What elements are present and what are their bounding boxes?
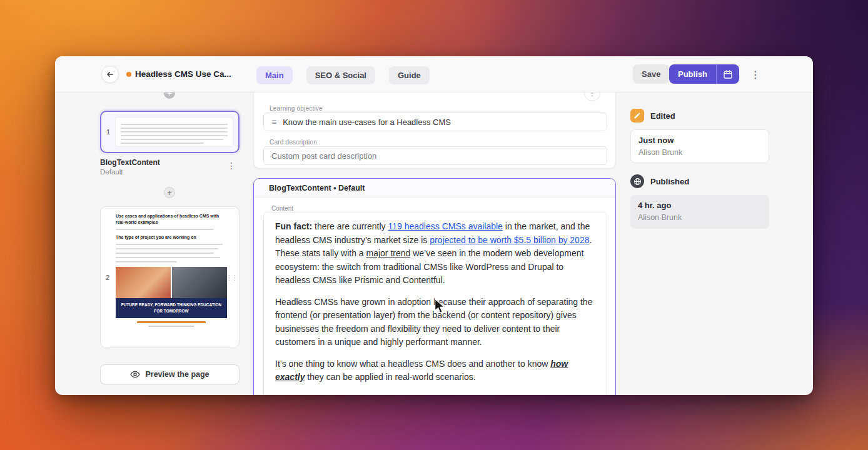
field-label: Learning objective bbox=[270, 105, 323, 112]
save-button[interactable]: Save bbox=[633, 64, 669, 84]
back-arrow-icon bbox=[106, 70, 114, 79]
thumb-photo-right bbox=[172, 267, 227, 298]
calendar-icon bbox=[723, 69, 733, 79]
globe-icon bbox=[630, 174, 644, 188]
story-title: Headless CMS Use Ca... bbox=[135, 69, 231, 79]
plus-icon: + bbox=[167, 189, 172, 197]
add-block-button-mid[interactable]: + bbox=[164, 187, 175, 198]
editor-card-blogtextcontent: BlogTextContent • Default Content Fun fa… bbox=[253, 178, 616, 395]
app-window: + 1 BlogTextContent Default ⋮ + 2 ⋮⋮ Use… bbox=[55, 56, 813, 395]
preview-page-label: Preview the page bbox=[145, 370, 209, 379]
activity-published-row: Published bbox=[630, 174, 689, 188]
activity-edited-row: Edited bbox=[630, 109, 675, 122]
card-description-value: Custom post card description bbox=[271, 151, 376, 161]
activity-published-entry[interactable]: 4 hr. ago Alison Brunk bbox=[630, 195, 769, 229]
block1-thumbnail-preview bbox=[115, 117, 233, 147]
thumb-list-lines bbox=[116, 244, 227, 262]
more-options-button[interactable]: ⋮ bbox=[747, 68, 764, 82]
publish-label[interactable]: Publish bbox=[669, 64, 716, 84]
paragraph: Fun fact: there are currently 119 headle… bbox=[275, 220, 595, 288]
thumb-images bbox=[116, 267, 227, 298]
field-label: Card description bbox=[270, 139, 317, 146]
thumb-text-lines bbox=[116, 229, 227, 230]
editor-tabs: Main SEO & Social Guide bbox=[256, 66, 430, 84]
richtext-editor[interactable]: Fun fact: there are currently 119 headle… bbox=[263, 212, 607, 395]
learning-objective-field[interactable]: ≡ Know the main use-cases for a Headless… bbox=[263, 112, 607, 131]
content-field-label: Content bbox=[271, 205, 293, 212]
paragraph: Headless CMSs have grown in adoption bec… bbox=[275, 296, 595, 349]
hamburger-icon: ≡ bbox=[271, 118, 276, 126]
eye-icon bbox=[130, 369, 140, 379]
edited-time: Just now bbox=[638, 136, 761, 145]
published-author: Alison Brunk bbox=[638, 213, 762, 222]
thumb-banner: FUTURE READY, FORWARD THINKING EDUCATION… bbox=[116, 298, 227, 318]
editor-card-meta: ⋮ Learning objective ≡ Know the main use… bbox=[253, 81, 616, 169]
block-index: 2 bbox=[106, 274, 109, 281]
paragraph: In this article, we will explore some us… bbox=[275, 392, 595, 396]
activity-edited-label: Edited bbox=[650, 111, 675, 121]
card-description-field[interactable]: Custom post card description bbox=[263, 146, 607, 165]
block-card-header[interactable]: BlogTextContent • Default bbox=[254, 179, 615, 198]
schedule-publish-button[interactable] bbox=[717, 64, 739, 84]
block1-labels: BlogTextContent Default ⋮ bbox=[100, 158, 240, 176]
back-button[interactable] bbox=[101, 66, 119, 83]
block1-name: BlogTextContent bbox=[100, 158, 240, 167]
block1-variant: Default bbox=[100, 168, 240, 176]
published-time: 4 hr. ago bbox=[638, 201, 762, 210]
tab-seo-social[interactable]: SEO & Social bbox=[306, 66, 375, 84]
thumb-title: Use cases and applications of headless C… bbox=[116, 213, 227, 226]
block2-thumbnail-preview: Use cases and applications of headless C… bbox=[116, 213, 227, 342]
preview-page-button[interactable]: Preview the page bbox=[100, 364, 240, 384]
activity-published-label: Published bbox=[650, 177, 689, 186]
story-status-dot bbox=[126, 72, 131, 77]
kebab-icon[interactable]: ⋮ bbox=[225, 161, 238, 171]
block-thumbnail-page[interactable]: 2 ⋮⋮ Use cases and applications of headl… bbox=[100, 206, 240, 348]
pencil-icon bbox=[630, 109, 644, 122]
activity-edited-entry[interactable]: Just now Alison Brunk bbox=[630, 129, 769, 163]
thumb-photo-left bbox=[116, 267, 171, 298]
thumb-orange-line bbox=[137, 321, 206, 323]
learning-objective-value: Know the main use-cases for a Headless C… bbox=[283, 118, 451, 127]
top-bar: Headless CMS Use Ca... Main SEO & Social… bbox=[55, 56, 813, 92]
paragraph: It’s one thing to know what a headless C… bbox=[275, 358, 595, 384]
block-index: 1 bbox=[106, 128, 110, 136]
publish-button[interactable]: Publish bbox=[669, 64, 739, 84]
tab-guide[interactable]: Guide bbox=[389, 66, 430, 84]
block-thumbnail-selected[interactable]: 1 bbox=[100, 111, 240, 153]
desktop: { "icons": { "kebab": "⋮", "plus": "+", … bbox=[0, 0, 868, 450]
thumb-gray-line bbox=[148, 326, 195, 327]
thumb-subtitle: The type of project you are working on bbox=[116, 234, 227, 241]
tab-main[interactable]: Main bbox=[256, 66, 293, 84]
edited-author: Alison Brunk bbox=[638, 148, 761, 157]
drag-handle-icon[interactable]: ⋮⋮ bbox=[226, 273, 237, 281]
